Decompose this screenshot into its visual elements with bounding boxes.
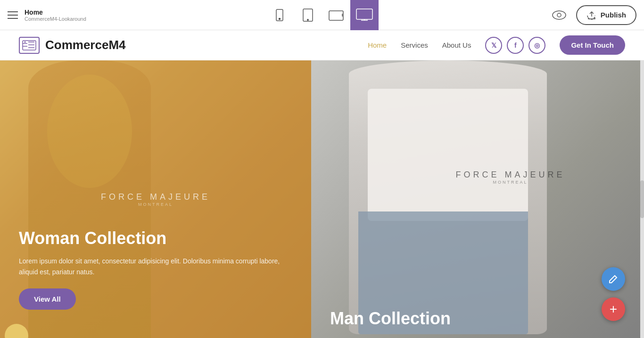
top-bar: Home CommerceM4-Lookaround	[0, 0, 644, 30]
facebook-icon[interactable]: f	[507, 37, 524, 54]
instagram-icon[interactable]: ◎	[528, 37, 545, 54]
site-nav: Home Services About Us 𝕏 f ◎ Get In Touc…	[368, 35, 625, 55]
woman-collection-desc: Lorem ipsum dolor sit amet, consectetur …	[19, 256, 292, 277]
svg-point-10	[553, 11, 566, 19]
top-bar-left: Home CommerceM4-Lookaround	[8, 8, 86, 22]
site-header: CommerceM4 Home Services About Us 𝕏 f ◎ …	[0, 30, 644, 60]
fab-edit-button[interactable]	[602, 267, 625, 291]
woman-collection-title: Woman Collection	[19, 228, 292, 248]
social-icons: 𝕏 f ◎	[485, 37, 545, 54]
preview-button[interactable]	[552, 10, 567, 20]
nav-services[interactable]: Services	[401, 41, 428, 49]
site-logo-area: CommerceM4	[19, 37, 126, 54]
site-logo-icon	[19, 37, 40, 54]
website-preview: CommerceM4 Home Services About Us 𝕏 f ◎ …	[0, 30, 644, 338]
nav-home[interactable]: Home	[368, 41, 387, 49]
svg-point-15	[25, 41, 26, 42]
svg-point-3	[307, 19, 308, 20]
scrollbar[interactable]	[640, 60, 644, 338]
device-tablet-landscape-button[interactable]	[322, 0, 350, 30]
svg-point-11	[557, 13, 561, 17]
woman-panel: FORCE MAJEURE MONTREAL Woman Collection …	[0, 60, 311, 338]
get-in-touch-button[interactable]: Get In Touch	[560, 35, 625, 55]
man-brand: FORCE MAJEURE MONTREAL	[456, 169, 565, 184]
view-all-button[interactable]: View All	[19, 288, 76, 310]
page-subtitle: CommerceM4-Lookaround	[25, 16, 86, 22]
page-info: Home CommerceM4-Lookaround	[25, 8, 86, 22]
man-collection-title: Man Collection	[330, 309, 451, 329]
scrollbar-thumb[interactable]	[640, 180, 644, 218]
publish-button[interactable]: Publish	[576, 5, 636, 25]
site-logo-text: CommerceM4	[45, 38, 126, 52]
man-panel: FORCE MAJEURE MONTREAL Man Collection	[311, 60, 644, 338]
device-tablet-button[interactable]	[294, 0, 322, 30]
nav-about[interactable]: About Us	[442, 41, 471, 49]
device-desktop-button[interactable]	[350, 0, 379, 30]
twitter-icon[interactable]: 𝕏	[485, 37, 502, 54]
fab-add-button[interactable]: +	[602, 297, 625, 321]
svg-point-1	[279, 18, 281, 19]
woman-content: Woman Collection Lorem ipsum dolor sit a…	[19, 228, 292, 310]
man-content: Man Collection	[330, 309, 451, 329]
device-mobile-button[interactable]	[265, 0, 294, 30]
page-title: Home	[25, 8, 86, 16]
publish-label: Publish	[601, 11, 626, 19]
hamburger-menu[interactable]	[8, 11, 18, 19]
svg-rect-4	[329, 11, 343, 20]
top-bar-right: Publish	[552, 5, 636, 25]
woman-brand: FORCE MAJEURE MONTREAL	[101, 192, 210, 207]
content-area: FORCE MAJEURE MONTREAL Woman Collection …	[0, 60, 644, 338]
svg-rect-7	[356, 9, 372, 19]
device-switcher	[265, 0, 379, 30]
